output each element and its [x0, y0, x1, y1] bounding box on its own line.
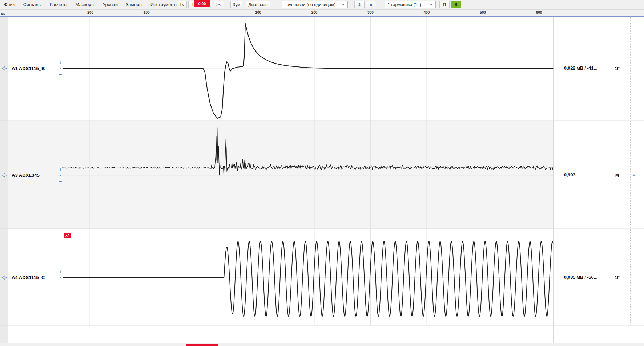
ruler-tick-label: 100 — [255, 11, 261, 15]
zero-level-handle[interactable] — [60, 277, 61, 278]
channel-value: 0,022 мВ / -41... — [564, 66, 597, 71]
record-overview-bar[interactable] — [0, 343, 644, 346]
channel-unit: 1Г — [608, 66, 627, 71]
channel-menu-icon[interactable]: ≡ — [632, 274, 636, 280]
range-button[interactable]: Диапазон — [246, 1, 270, 8]
toolbar: T0 Tf <> >< Зум Диапазон Групповой (по е… — [177, 1, 461, 9]
channel-menu-icon[interactable]: ≡ — [632, 65, 636, 70]
ruler-tick-label: 400 — [424, 11, 430, 15]
reset-scale-icon[interactable]: × — [366, 1, 376, 8]
ruler-tick-label: 300 — [367, 11, 374, 15]
channel-value: 0,035 мВ / -56... — [564, 275, 597, 280]
ruler-tick-label: 600 — [536, 11, 542, 15]
chevron-down-icon: ▼ — [430, 3, 433, 7]
scroll-up-icon[interactable]: ^ — [637, 18, 642, 23]
scale-plus-button[interactable]: + — [58, 167, 63, 172]
menu-items: ФайлСигналыРасчетыМаркерыУровниЗамерыИнс… — [0, 0, 183, 9]
menu-item-0[interactable]: Файл — [0, 0, 19, 9]
t0-button[interactable]: T0 — [177, 1, 187, 8]
scale-plus-button[interactable]: + — [58, 270, 63, 274]
chevron-down-icon: ▼ — [342, 3, 345, 7]
scale-minus-button[interactable]: − — [58, 72, 63, 77]
channel-label[interactable]: A4 ADS1115_C — [12, 275, 45, 280]
ruler-unit-label: мс — [1, 11, 5, 15]
channel-label[interactable]: A3 ADXL345 — [12, 172, 40, 178]
menu-item-3[interactable]: Маркеры — [71, 0, 98, 9]
harmonic-dropdown[interactable]: 1 гармоника (1Г) ▼ — [385, 1, 436, 8]
visible-range-indicator[interactable] — [186, 344, 218, 346]
time-ruler[interactable]: мс -200-100100200300400500600 — [0, 9, 644, 16]
gain-multiplier-badge: x4 — [64, 233, 71, 238]
signal-analyzer-window: ФайлСигналыРасчетыМаркерыУровниЗамерыИнс… — [0, 0, 644, 346]
v-toggle-button[interactable]: В — [451, 1, 461, 8]
channel-visibility-icon[interactable] — [1, 172, 7, 178]
cursor-time-badge[interactable]: 0,00 — [194, 0, 210, 7]
menu-item-2[interactable]: Расчеты — [45, 0, 71, 9]
ruler-tick-label: 500 — [480, 11, 486, 15]
zero-level-handle[interactable] — [60, 175, 61, 176]
scale-plus-button[interactable]: + — [58, 61, 63, 65]
channel-unit: М — [608, 173, 627, 178]
ruler-tick-label: -200 — [86, 11, 93, 15]
channel-unit: 1Г — [608, 275, 627, 280]
channel-menu-icon[interactable]: ≡ — [632, 172, 636, 177]
channel-visibility-icon[interactable] — [1, 275, 7, 280]
scale-minus-button[interactable]: − — [58, 179, 63, 183]
waveform-plot[interactable] — [0, 17, 644, 343]
group-mode-dropdown[interactable]: Групповой (по единицам) ▼ — [282, 1, 348, 8]
plot-top-border — [0, 16, 644, 17]
scale-minus-button[interactable]: − — [58, 281, 63, 286]
channel-label[interactable]: A1 ADS1115_B — [12, 66, 45, 71]
fit-vertical-icon[interactable]: ⇕ — [354, 1, 365, 8]
menu-item-4[interactable]: Уровни — [98, 0, 122, 9]
p-toggle-button[interactable]: П — [439, 1, 450, 8]
menu-item-5[interactable]: Замеры — [122, 0, 146, 9]
channel-visibility-icon[interactable] — [1, 66, 7, 71]
zoom-button[interactable]: Зум — [230, 1, 242, 8]
channel-value: 0,993 — [564, 172, 575, 178]
ruler-tick-label: -100 — [142, 11, 149, 15]
collapse-horizontal-icon[interactable]: >< — [214, 1, 224, 8]
zero-level-handle[interactable] — [60, 68, 61, 69]
menu-item-1[interactable]: Сигналы — [19, 0, 46, 9]
ruler-tick-label: 200 — [311, 11, 318, 15]
